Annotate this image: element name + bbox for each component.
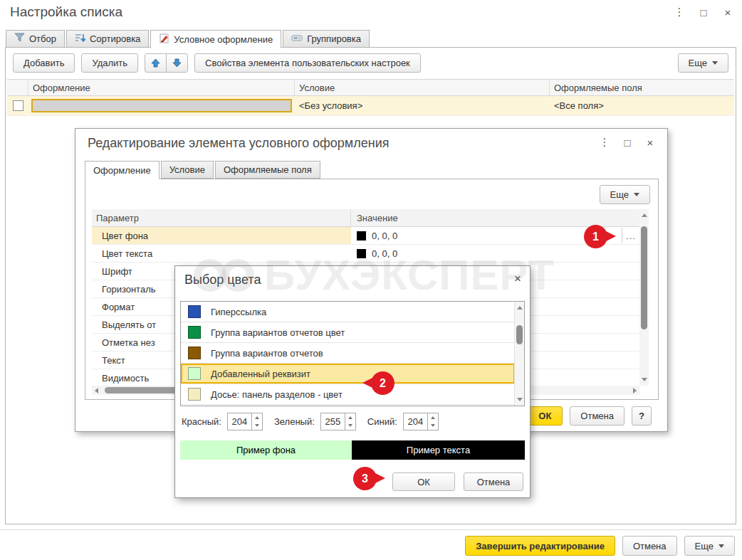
tab-uslovie[interactable]: Условие bbox=[161, 161, 214, 179]
main-tabstrip: Отбор Сортировка Условное оформление Гру… bbox=[6, 30, 371, 48]
param-cell: Цвет фона bbox=[92, 227, 351, 244]
value-label: 0, 0, 0 bbox=[372, 231, 397, 241]
close-icon[interactable]: × bbox=[643, 135, 657, 149]
scrollbar-thumb[interactable] bbox=[641, 226, 647, 329]
blue-value[interactable]: 204 bbox=[404, 413, 427, 430]
background-sample: Пример фона bbox=[180, 440, 352, 460]
maximize-icon[interactable]: □ bbox=[696, 5, 711, 19]
color-list-item[interactable]: Досье: панель разделов - цвет bbox=[181, 384, 515, 405]
arrow-up-icon bbox=[151, 58, 160, 68]
stepper-buttons bbox=[427, 413, 438, 430]
move-up-button[interactable] bbox=[145, 53, 167, 73]
dialog-title: Редактирование элемента условного оформл… bbox=[88, 136, 389, 151]
tab-label: Условие bbox=[169, 164, 205, 175]
table-row[interactable]: <Без условия> <Все поля> bbox=[7, 96, 734, 116]
color-list-item[interactable]: Группа вариантов отчетов bbox=[181, 343, 515, 364]
filter-icon bbox=[14, 33, 25, 45]
tab-label: Оформляемые поля bbox=[224, 164, 312, 175]
app-root: Настройка списка ⋮ □ × Отбор Сортировка … bbox=[0, 0, 742, 560]
color-swatch bbox=[188, 367, 201, 380]
color-swatch bbox=[188, 305, 201, 318]
choose-color-button[interactable]: ... bbox=[622, 228, 639, 243]
move-down-button[interactable] bbox=[166, 53, 188, 73]
delete-button[interactable]: Удалить bbox=[81, 53, 138, 73]
text-sample: Пример текста bbox=[352, 440, 525, 460]
condition-cell[interactable]: <Без условия> bbox=[295, 100, 550, 111]
tab-gruppirovka[interactable]: Группировка bbox=[283, 30, 370, 48]
color-list-item[interactable]: Группа вариантов отчетов цвет bbox=[181, 322, 515, 343]
scroll-left-icon bbox=[95, 388, 98, 393]
more-button[interactable]: Еще bbox=[684, 536, 735, 556]
increment-icon[interactable] bbox=[428, 413, 438, 422]
column-header[interactable]: Параметр bbox=[92, 209, 351, 226]
color-label: Группа вариантов отчетов bbox=[211, 348, 323, 359]
more-button[interactable]: Еще bbox=[600, 185, 650, 204]
row-checkbox-cell bbox=[7, 100, 28, 111]
more-button[interactable]: Еще bbox=[678, 53, 728, 73]
green-stepper: 255 bbox=[320, 413, 356, 430]
tab-oformlyaemye-polya[interactable]: Оформляемые поля bbox=[215, 161, 320, 179]
decrement-icon[interactable] bbox=[428, 422, 438, 430]
add-button[interactable]: Добавить bbox=[13, 53, 75, 73]
fields-cell[interactable]: <Все поля> bbox=[550, 100, 734, 111]
red-stepper: 204 bbox=[227, 413, 263, 430]
param-row-background-color[interactable]: Цвет фона 0, 0, 0 ... bbox=[92, 227, 639, 245]
conditional-format-icon bbox=[159, 33, 169, 46]
value-cell: 0, 0, 0 bbox=[351, 245, 639, 262]
column-header[interactable]: Оформляемые поля bbox=[550, 80, 734, 95]
param-row-text-color[interactable]: Цвет текста 0, 0, 0 bbox=[92, 245, 639, 263]
column-header[interactable]: Условие bbox=[295, 80, 550, 95]
color-swatch bbox=[188, 347, 201, 359]
kebab-menu-icon[interactable]: ⋮ bbox=[597, 135, 612, 149]
tab-label: Оформление bbox=[93, 165, 151, 176]
value-cell: 0, 0, 0 ... bbox=[351, 227, 639, 244]
decrement-icon[interactable] bbox=[252, 422, 262, 430]
kebab-menu-icon[interactable]: ⋮ bbox=[672, 5, 686, 19]
green-value[interactable]: 255 bbox=[321, 413, 345, 430]
tab-uslovnoe-oformlenie[interactable]: Условное оформление bbox=[150, 30, 281, 48]
row-checkbox[interactable] bbox=[13, 100, 23, 111]
color-list-item-selected[interactable]: Добавленный реквизит bbox=[181, 364, 515, 384]
maximize-icon[interactable]: □ bbox=[620, 135, 634, 149]
more-label: Еще bbox=[689, 58, 707, 68]
color-preview: Пример фона Пример текста bbox=[180, 440, 525, 460]
tab-sortirovka[interactable]: Сортировка bbox=[66, 30, 149, 48]
chevron-down-icon bbox=[712, 61, 718, 65]
scroll-up-icon bbox=[642, 213, 647, 217]
blue-group: Синий: 204 bbox=[367, 413, 439, 430]
decrement-icon[interactable] bbox=[345, 422, 355, 430]
vertical-scrollbar[interactable] bbox=[514, 302, 524, 406]
color-picker-dialog: Выбор цвета × Гиперссылка Группа вариант… bbox=[174, 265, 531, 498]
column-header[interactable]: Значение bbox=[351, 209, 639, 226]
tab-oformlenie[interactable]: Оформление bbox=[85, 161, 160, 179]
close-icon[interactable]: × bbox=[514, 272, 521, 286]
ok-button[interactable]: ОК bbox=[392, 472, 455, 491]
vertical-scrollbar[interactable] bbox=[639, 209, 649, 386]
color-list-item[interactable]: Гиперссылка bbox=[181, 302, 515, 322]
cancel-button[interactable]: Отмена bbox=[464, 472, 523, 491]
scrollbar-thumb[interactable] bbox=[516, 325, 523, 344]
ok-button[interactable]: ОК bbox=[527, 406, 563, 426]
appearance-input[interactable] bbox=[31, 99, 292, 112]
tab-label: Сортировка bbox=[90, 33, 140, 44]
help-button[interactable]: ? bbox=[632, 406, 652, 426]
cancel-button[interactable]: Отмена bbox=[622, 536, 677, 556]
scroll-up-icon bbox=[517, 306, 523, 310]
tab-otbor[interactable]: Отбор bbox=[6, 30, 65, 48]
increment-icon[interactable] bbox=[252, 413, 262, 422]
main-toolbar: Добавить Удалить Свойства элемента польз… bbox=[13, 53, 728, 73]
checkbox-column-header bbox=[7, 80, 28, 95]
value-label: 0, 0, 0 bbox=[372, 248, 397, 259]
rgb-controls: Красный: 204 Зеленый: 255 bbox=[182, 413, 439, 430]
red-value[interactable]: 204 bbox=[228, 413, 251, 430]
increment-icon[interactable] bbox=[345, 413, 355, 422]
user-settings-props-button[interactable]: Свойства элемента пользовательских настр… bbox=[194, 53, 421, 73]
close-icon[interactable]: × bbox=[721, 5, 735, 19]
sort-icon bbox=[75, 33, 85, 45]
cancel-button[interactable]: Отмена bbox=[570, 406, 625, 426]
column-header[interactable]: Оформление bbox=[28, 80, 295, 95]
color-label: Гиперссылка bbox=[211, 307, 266, 317]
scroll-right-icon bbox=[633, 388, 637, 393]
finish-editing-button[interactable]: Завершить редактирование bbox=[465, 536, 615, 556]
dialog-footer: ОК Отмена ? bbox=[527, 406, 652, 426]
